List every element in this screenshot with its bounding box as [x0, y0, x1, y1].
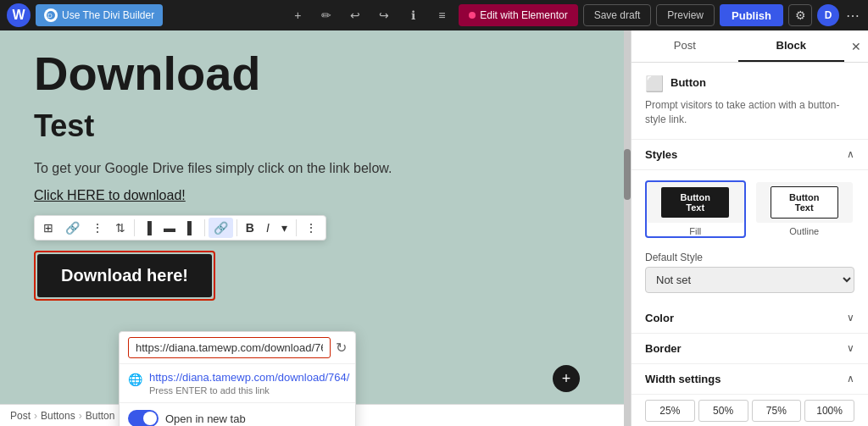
breadcrumb-post[interactable]: Post: [10, 410, 31, 422]
more-format-button[interactable]: ⋮: [300, 218, 322, 238]
editor-canvas: Download Test To get your Google Drive f…: [0, 30, 631, 426]
fill-style-option[interactable]: Button Text Fill: [645, 180, 746, 238]
panel-close-button[interactable]: ✕: [844, 33, 868, 60]
link-toggle-row: Open in new tab: [120, 403, 355, 426]
add-button[interactable]: +: [286, 3, 309, 27]
download-btn-outline: Download here!: [34, 251, 215, 301]
breadcrumb-button[interactable]: Button: [86, 410, 115, 422]
width-50-button[interactable]: 50%: [698, 400, 748, 422]
fill-preview: Button Text: [647, 182, 744, 223]
arrows-format-button[interactable]: ⇅: [110, 218, 131, 238]
divi-builder-button[interactable]: D Use The Divi Builder: [36, 4, 163, 26]
top-toolbar: W D Use The Divi Builder + ✏ ↩ ↪ ℹ ≡ Edi…: [0, 0, 868, 30]
save-draft-button[interactable]: Save draft: [583, 4, 652, 26]
menu-icon[interactable]: ≡: [430, 3, 453, 27]
link-hint-text: Press ENTER to add this link: [149, 385, 349, 396]
width-section-header[interactable]: Width settings ∧: [632, 364, 868, 395]
panel-tabs: Post Block ✕: [632, 30, 868, 63]
add-block-button[interactable]: +: [553, 365, 580, 392]
block-title: Button: [670, 76, 706, 89]
link-refresh-button[interactable]: ↻: [336, 340, 347, 356]
width-chevron-icon: ∧: [847, 373, 854, 385]
wp-logo-icon[interactable]: W: [7, 3, 31, 27]
new-tab-toggle[interactable]: [128, 410, 159, 426]
breadcrumb-sep-2: ›: [79, 410, 82, 422]
preview-button[interactable]: Preview: [656, 4, 715, 26]
fill-label: Fill: [647, 226, 744, 236]
outline-preview-btn: Button Text: [771, 186, 838, 219]
align-center-button[interactable]: ▬: [159, 218, 181, 238]
page-subtitle: Test: [34, 108, 597, 144]
settings-button[interactable]: ⚙: [788, 4, 812, 26]
dots-format-button[interactable]: ⋮: [86, 218, 108, 238]
width-75-button[interactable]: 75%: [752, 400, 802, 422]
format-toolbar: ⊞ 🔗 ⋮ ⇅ ▐ ▬ ▌ 🔗 B I ▾ ⋮: [34, 215, 326, 241]
more-options-button[interactable]: ⋯: [844, 8, 861, 24]
block-description: Prompt visitors to take action with a bu…: [645, 98, 854, 127]
link-suggestion-url: https://diana.tamewp.com/download/764/: [149, 371, 349, 384]
styles-label: Styles: [645, 148, 677, 161]
default-style-row: Default Style Not set: [632, 248, 868, 303]
link-suggestion-content: https://diana.tamewp.com/download/764/ P…: [149, 371, 349, 396]
align-left-button[interactable]: ▐: [138, 218, 157, 238]
width-buttons: 25% 50% 75% 100%: [632, 395, 868, 426]
link-format-button[interactable]: 🔗: [60, 218, 85, 238]
chevron-button[interactable]: ▾: [276, 218, 292, 238]
border-chevron-icon: ∨: [847, 342, 854, 354]
outline-label: Outline: [756, 226, 854, 236]
border-label: Border: [645, 342, 682, 355]
format-separator-2: [204, 219, 205, 236]
format-separator-4: [296, 219, 297, 236]
divi-icon: D: [44, 8, 58, 22]
page-title: Download: [34, 47, 597, 100]
styles-section: Styles ∧ Button Text Fill Button Text Ou…: [632, 140, 868, 248]
color-section-header[interactable]: Color ∨: [632, 303, 868, 334]
link-active-button[interactable]: 🔗: [209, 218, 233, 238]
link-suggestion-item[interactable]: 🌐 https://diana.tamewp.com/download/764/…: [120, 364, 355, 403]
toolbar-icons: + ✏ ↩ ↪ ℹ ≡ Edit with Elementor Save dra…: [286, 3, 861, 27]
undo-button[interactable]: ↩: [343, 3, 367, 27]
canvas-scrollbar[interactable]: [624, 30, 631, 426]
download-button-wrapper: Download here!: [34, 251, 215, 301]
canvas-scroll-thumb: [624, 149, 631, 200]
breadcrumb-buttons[interactable]: Buttons: [41, 410, 75, 422]
bold-button[interactable]: B: [241, 218, 259, 238]
default-style-label: Default Style: [645, 252, 854, 263]
main-area: Download Test To get your Google Drive f…: [0, 30, 868, 426]
button-block-icon: ⬜: [645, 75, 664, 93]
redo-button[interactable]: ↪: [372, 3, 396, 27]
elementor-button[interactable]: Edit with Elementor: [459, 4, 577, 26]
border-section-header[interactable]: Border ∨: [632, 334, 868, 364]
format-separator: [134, 219, 135, 236]
breadcrumb-sep-1: ›: [34, 410, 37, 422]
tab-post[interactable]: Post: [632, 30, 738, 62]
styles-chevron-icon: ∧: [847, 148, 854, 160]
elementor-dot-icon: [469, 12, 476, 19]
grid-format-button[interactable]: ⊞: [38, 218, 58, 238]
avatar-button[interactable]: D: [817, 4, 839, 26]
download-here-button[interactable]: Download here!: [37, 254, 212, 297]
outline-style-option[interactable]: Button Text Outline: [754, 180, 855, 238]
width-25-button[interactable]: 25%: [645, 400, 695, 422]
publish-button[interactable]: Publish: [720, 4, 783, 26]
link-url-input[interactable]: [128, 337, 331, 358]
align-right-button[interactable]: ▌: [182, 218, 201, 238]
block-info-section: ⬜ Button Prompt visitors to take action …: [632, 63, 868, 140]
pencil-icon[interactable]: ✏: [314, 3, 338, 27]
click-here-link[interactable]: Click HERE to download!: [34, 188, 186, 203]
width-100-button[interactable]: 100%: [804, 400, 854, 422]
italic-button[interactable]: I: [261, 218, 275, 238]
link-input-row: ↻: [120, 332, 355, 364]
tab-block[interactable]: Block: [738, 30, 845, 62]
svg-text:D: D: [47, 12, 53, 19]
default-style-select[interactable]: Not set: [645, 267, 854, 293]
format-separator-3: [236, 219, 237, 236]
width-section: Width settings ∧ 25% 50% 75% 100%: [632, 364, 868, 426]
styles-grid: Button Text Fill Button Text Outline: [632, 170, 868, 248]
toggle-knob: [143, 412, 157, 425]
fill-preview-btn: Button Text: [661, 187, 729, 218]
styles-header[interactable]: Styles ∧: [632, 140, 868, 170]
link-popup: ↻ 🌐 https://diana.tamewp.com/download/76…: [119, 331, 356, 426]
canvas-content: Download Test To get your Google Drive f…: [0, 30, 631, 404]
info-icon[interactable]: ℹ: [401, 3, 425, 27]
